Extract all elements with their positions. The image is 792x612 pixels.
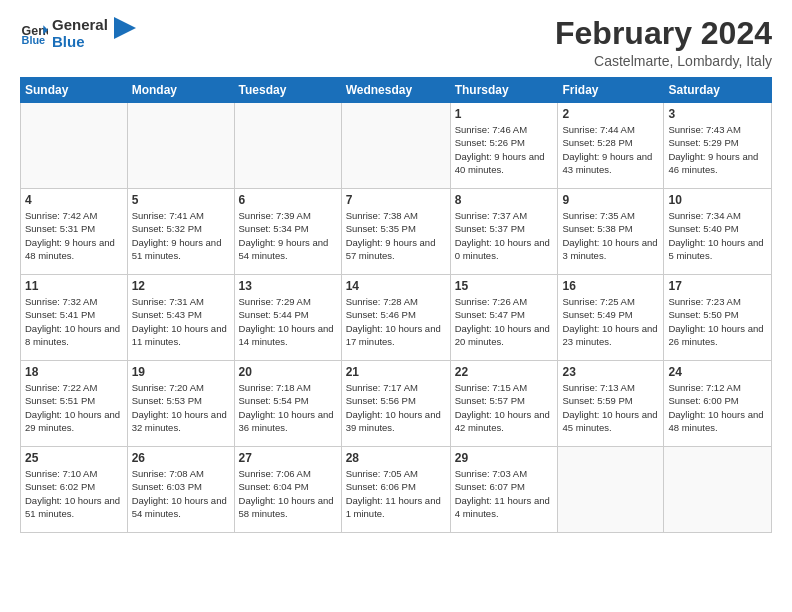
- day-number: 28: [346, 451, 446, 465]
- table-row: 22Sunrise: 7:15 AM Sunset: 5:57 PM Dayli…: [450, 361, 558, 447]
- day-number: 22: [455, 365, 554, 379]
- day-info: Sunrise: 7:41 AM Sunset: 5:32 PM Dayligh…: [132, 209, 230, 262]
- day-number: 19: [132, 365, 230, 379]
- day-info: Sunrise: 7:25 AM Sunset: 5:49 PM Dayligh…: [562, 295, 659, 348]
- day-info: Sunrise: 7:46 AM Sunset: 5:26 PM Dayligh…: [455, 123, 554, 176]
- day-number: 20: [239, 365, 337, 379]
- day-info: Sunrise: 7:18 AM Sunset: 5:54 PM Dayligh…: [239, 381, 337, 434]
- table-row: 27Sunrise: 7:06 AM Sunset: 6:04 PM Dayli…: [234, 447, 341, 533]
- table-row: [21, 103, 128, 189]
- table-row: 1Sunrise: 7:46 AM Sunset: 5:26 PM Daylig…: [450, 103, 558, 189]
- table-row: 9Sunrise: 7:35 AM Sunset: 5:38 PM Daylig…: [558, 189, 664, 275]
- day-info: Sunrise: 7:05 AM Sunset: 6:06 PM Dayligh…: [346, 467, 446, 520]
- day-info: Sunrise: 7:34 AM Sunset: 5:40 PM Dayligh…: [668, 209, 767, 262]
- day-info: Sunrise: 7:43 AM Sunset: 5:29 PM Dayligh…: [668, 123, 767, 176]
- table-row: 8Sunrise: 7:37 AM Sunset: 5:37 PM Daylig…: [450, 189, 558, 275]
- table-row: 6Sunrise: 7:39 AM Sunset: 5:34 PM Daylig…: [234, 189, 341, 275]
- day-number: 17: [668, 279, 767, 293]
- table-row: 2Sunrise: 7:44 AM Sunset: 5:28 PM Daylig…: [558, 103, 664, 189]
- day-info: Sunrise: 7:38 AM Sunset: 5:35 PM Dayligh…: [346, 209, 446, 262]
- day-info: Sunrise: 7:03 AM Sunset: 6:07 PM Dayligh…: [455, 467, 554, 520]
- day-number: 5: [132, 193, 230, 207]
- day-info: Sunrise: 7:29 AM Sunset: 5:44 PM Dayligh…: [239, 295, 337, 348]
- day-number: 10: [668, 193, 767, 207]
- svg-marker-3: [114, 17, 136, 39]
- page: General Blue General Blue February 2024 …: [0, 0, 792, 612]
- day-number: 11: [25, 279, 123, 293]
- table-row: 10Sunrise: 7:34 AM Sunset: 5:40 PM Dayli…: [664, 189, 772, 275]
- day-info: Sunrise: 7:15 AM Sunset: 5:57 PM Dayligh…: [455, 381, 554, 434]
- day-info: Sunrise: 7:06 AM Sunset: 6:04 PM Dayligh…: [239, 467, 337, 520]
- main-title: February 2024: [555, 16, 772, 51]
- col-thursday: Thursday: [450, 78, 558, 103]
- logo-icon: General Blue: [20, 19, 48, 47]
- logo: General Blue General Blue: [20, 16, 136, 51]
- table-row: 24Sunrise: 7:12 AM Sunset: 6:00 PM Dayli…: [664, 361, 772, 447]
- day-info: Sunrise: 7:35 AM Sunset: 5:38 PM Dayligh…: [562, 209, 659, 262]
- table-row: 26Sunrise: 7:08 AM Sunset: 6:03 PM Dayli…: [127, 447, 234, 533]
- day-info: Sunrise: 7:20 AM Sunset: 5:53 PM Dayligh…: [132, 381, 230, 434]
- day-info: Sunrise: 7:10 AM Sunset: 6:02 PM Dayligh…: [25, 467, 123, 520]
- table-row: [664, 447, 772, 533]
- day-info: Sunrise: 7:22 AM Sunset: 5:51 PM Dayligh…: [25, 381, 123, 434]
- day-number: 21: [346, 365, 446, 379]
- day-info: Sunrise: 7:23 AM Sunset: 5:50 PM Dayligh…: [668, 295, 767, 348]
- day-info: Sunrise: 7:42 AM Sunset: 5:31 PM Dayligh…: [25, 209, 123, 262]
- day-number: 6: [239, 193, 337, 207]
- table-row: [558, 447, 664, 533]
- day-number: 7: [346, 193, 446, 207]
- table-row: [341, 103, 450, 189]
- table-row: 28Sunrise: 7:05 AM Sunset: 6:06 PM Dayli…: [341, 447, 450, 533]
- title-block: February 2024 Castelmarte, Lombardy, Ita…: [555, 16, 772, 69]
- table-row: 19Sunrise: 7:20 AM Sunset: 5:53 PM Dayli…: [127, 361, 234, 447]
- col-monday: Monday: [127, 78, 234, 103]
- table-row: 5Sunrise: 7:41 AM Sunset: 5:32 PM Daylig…: [127, 189, 234, 275]
- logo-blue: Blue: [52, 33, 108, 50]
- day-info: Sunrise: 7:26 AM Sunset: 5:47 PM Dayligh…: [455, 295, 554, 348]
- day-number: 23: [562, 365, 659, 379]
- table-row: 13Sunrise: 7:29 AM Sunset: 5:44 PM Dayli…: [234, 275, 341, 361]
- day-number: 4: [25, 193, 123, 207]
- header: General Blue General Blue February 2024 …: [20, 16, 772, 69]
- day-info: Sunrise: 7:39 AM Sunset: 5:34 PM Dayligh…: [239, 209, 337, 262]
- day-number: 26: [132, 451, 230, 465]
- day-number: 15: [455, 279, 554, 293]
- table-row: 15Sunrise: 7:26 AM Sunset: 5:47 PM Dayli…: [450, 275, 558, 361]
- day-number: 9: [562, 193, 659, 207]
- logo-general: General: [52, 16, 108, 33]
- day-info: Sunrise: 7:28 AM Sunset: 5:46 PM Dayligh…: [346, 295, 446, 348]
- day-info: Sunrise: 7:44 AM Sunset: 5:28 PM Dayligh…: [562, 123, 659, 176]
- day-info: Sunrise: 7:08 AM Sunset: 6:03 PM Dayligh…: [132, 467, 230, 520]
- calendar-week-row: 11Sunrise: 7:32 AM Sunset: 5:41 PM Dayli…: [21, 275, 772, 361]
- col-wednesday: Wednesday: [341, 78, 450, 103]
- day-number: 14: [346, 279, 446, 293]
- table-row: 17Sunrise: 7:23 AM Sunset: 5:50 PM Dayli…: [664, 275, 772, 361]
- table-row: 25Sunrise: 7:10 AM Sunset: 6:02 PM Dayli…: [21, 447, 128, 533]
- col-friday: Friday: [558, 78, 664, 103]
- day-number: 12: [132, 279, 230, 293]
- logo-arrow-icon: [114, 17, 136, 39]
- day-number: 16: [562, 279, 659, 293]
- table-row: 16Sunrise: 7:25 AM Sunset: 5:49 PM Dayli…: [558, 275, 664, 361]
- table-row: 21Sunrise: 7:17 AM Sunset: 5:56 PM Dayli…: [341, 361, 450, 447]
- table-row: 7Sunrise: 7:38 AM Sunset: 5:35 PM Daylig…: [341, 189, 450, 275]
- day-number: 27: [239, 451, 337, 465]
- col-tuesday: Tuesday: [234, 78, 341, 103]
- subtitle: Castelmarte, Lombardy, Italy: [555, 53, 772, 69]
- day-number: 13: [239, 279, 337, 293]
- day-info: Sunrise: 7:32 AM Sunset: 5:41 PM Dayligh…: [25, 295, 123, 348]
- day-info: Sunrise: 7:17 AM Sunset: 5:56 PM Dayligh…: [346, 381, 446, 434]
- calendar-week-row: 1Sunrise: 7:46 AM Sunset: 5:26 PM Daylig…: [21, 103, 772, 189]
- day-number: 18: [25, 365, 123, 379]
- day-info: Sunrise: 7:12 AM Sunset: 6:00 PM Dayligh…: [668, 381, 767, 434]
- table-row: 12Sunrise: 7:31 AM Sunset: 5:43 PM Dayli…: [127, 275, 234, 361]
- table-row: 20Sunrise: 7:18 AM Sunset: 5:54 PM Dayli…: [234, 361, 341, 447]
- calendar-header-row: Sunday Monday Tuesday Wednesday Thursday…: [21, 78, 772, 103]
- day-number: 25: [25, 451, 123, 465]
- table-row: 14Sunrise: 7:28 AM Sunset: 5:46 PM Dayli…: [341, 275, 450, 361]
- table-row: 3Sunrise: 7:43 AM Sunset: 5:29 PM Daylig…: [664, 103, 772, 189]
- table-row: 11Sunrise: 7:32 AM Sunset: 5:41 PM Dayli…: [21, 275, 128, 361]
- table-row: [127, 103, 234, 189]
- day-number: 8: [455, 193, 554, 207]
- calendar-week-row: 25Sunrise: 7:10 AM Sunset: 6:02 PM Dayli…: [21, 447, 772, 533]
